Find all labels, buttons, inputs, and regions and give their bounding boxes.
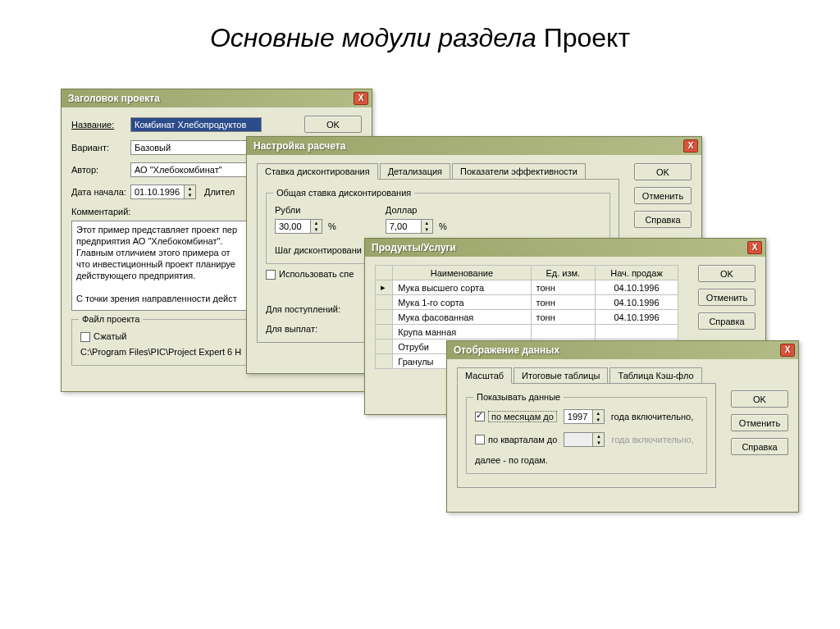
usd-spinner[interactable]: ▲▼ (386, 219, 433, 234)
tab-efficiency[interactable]: Показатели эффективности (452, 163, 586, 179)
title-text: Настройка расчета (250, 140, 683, 152)
cancel-button[interactable]: Отменить (731, 414, 788, 431)
author-input[interactable] (130, 162, 262, 177)
label-date: Дата начала: (71, 187, 130, 197)
tab-detail[interactable]: Детализация (380, 163, 450, 179)
close-icon[interactable]: X (747, 241, 762, 254)
by-quarters-checkbox[interactable] (475, 435, 485, 444)
row-marker (376, 325, 393, 340)
cell-name[interactable]: Крупа манная (393, 325, 531, 340)
year2-spinner[interactable]: ▲▼ (564, 432, 605, 447)
title-bold: Проект (544, 23, 630, 52)
label-variant: Вариант: (71, 143, 130, 153)
cell-unit[interactable]: тонн (531, 280, 596, 295)
label-name: Название: (71, 120, 130, 130)
help-button[interactable]: Справка (634, 211, 692, 228)
cell-start[interactable]: 04.10.1996 (596, 280, 678, 295)
close-icon[interactable]: X (683, 139, 698, 153)
file-path: C:\Program Files\PIC\Project Expert 6 H (80, 347, 251, 357)
ok-button[interactable]: OK (698, 265, 756, 282)
titlebar[interactable]: Продукты/Услуги X (365, 239, 765, 257)
ok-button[interactable]: OK (304, 116, 362, 133)
col-unit: Ед. изм. (531, 266, 596, 280)
table-row[interactable]: Мука фасованнаятонн04.10.1996 (376, 310, 678, 325)
row-marker (376, 310, 393, 325)
cell-unit[interactable] (531, 325, 596, 340)
label-year-suffix: года включительно, (611, 412, 693, 422)
variant-input[interactable] (130, 140, 262, 155)
compressed-checkbox[interactable] (80, 332, 90, 342)
cell-name[interactable]: Мука 1-го сорта (393, 295, 531, 310)
help-button[interactable]: Справка (731, 438, 788, 455)
cell-start[interactable]: 04.10.1996 (596, 295, 678, 310)
col-start: Нач. продаж (596, 266, 678, 280)
cancel-button[interactable]: Отменить (634, 187, 692, 204)
cell-unit[interactable]: тонн (531, 310, 596, 325)
by-months-checkbox[interactable] (475, 412, 485, 422)
title-text: Заголовок проекта (65, 93, 354, 104)
row-marker (376, 354, 393, 369)
tab-discount-rate[interactable]: Ставка дисконтирования (257, 163, 378, 180)
titlebar[interactable]: Отображение данных X (447, 341, 798, 359)
ok-button[interactable]: OK (731, 390, 788, 408)
label-after: далее - по годам. (475, 455, 698, 465)
name-input[interactable]: Комбинат Хлебопродуктов (130, 117, 262, 132)
label-by-months: по месяцам до (488, 411, 557, 422)
tab-summary[interactable]: Итоговые таблицы (514, 367, 608, 383)
label-usd: Доллар (386, 205, 447, 215)
groupbox-file: Файл проекта (79, 314, 143, 324)
group-discount: Общая ставка дисконтирования (273, 188, 414, 198)
spin-up-icon[interactable]: ▲ (185, 185, 195, 192)
titlebar[interactable]: Настройка расчета X (247, 137, 701, 155)
table-row[interactable]: Крупа манная (376, 325, 678, 340)
cancel-button[interactable]: Отменить (698, 289, 756, 306)
year2-input (564, 432, 593, 447)
label-author: Автор: (71, 165, 130, 175)
label-compressed: Сжатый (94, 331, 127, 341)
rub-input[interactable] (275, 219, 311, 234)
table-row[interactable]: ▸Мука высшего сортатонн04.10.1996 (376, 280, 678, 295)
row-marker (376, 295, 393, 310)
col-name: Наименование (393, 266, 531, 280)
year-spinner[interactable]: ▲▼ (564, 409, 605, 424)
title-text: Отображение данных (450, 344, 780, 356)
usd-input[interactable] (386, 219, 422, 234)
cell-name[interactable]: Мука высшего сорта (393, 280, 531, 295)
cell-name[interactable]: Мука фасованная (393, 310, 531, 325)
spin-down-icon[interactable]: ▼ (185, 192, 195, 198)
year-input[interactable] (564, 409, 593, 424)
title-italic: Основные модули раздела (210, 23, 536, 52)
cell-start[interactable]: 04.10.1996 (596, 310, 678, 325)
cell-start[interactable] (596, 325, 678, 340)
label-rub: Рубли (275, 205, 336, 215)
comment-textarea[interactable]: Этот пример представляет проект пер пред… (71, 221, 252, 311)
title-text: Продукты/Услуги (368, 242, 747, 253)
group-show-data: Показывать данные (473, 392, 564, 402)
tab-cashflow[interactable]: Таблица Кэш-фло (609, 367, 701, 383)
cell-unit[interactable]: тонн (531, 295, 596, 310)
titlebar[interactable]: Заголовок проекта X (62, 89, 372, 107)
row-marker: ▸ (376, 280, 393, 295)
use-special-checkbox[interactable] (266, 270, 276, 280)
tab-scale[interactable]: Масштаб (457, 367, 512, 384)
date-input[interactable] (130, 185, 185, 199)
help-button[interactable]: Справка (698, 312, 756, 330)
table-row[interactable]: Мука 1-го сортатонн04.10.1996 (376, 295, 678, 310)
label-by-quarters: по кварталам до (488, 435, 557, 444)
page-title: Основные модули раздела Проект (0, 23, 840, 53)
label-use-special: Использовать спе (279, 269, 354, 279)
close-icon[interactable]: X (780, 344, 795, 357)
window-display-data: Отображение данных X OK Отменить Справка… (446, 340, 799, 513)
rub-spinner[interactable]: ▲▼ (275, 219, 322, 234)
row-marker (376, 340, 393, 354)
label-duration: Длител (204, 187, 235, 197)
label-year-suffix-gray: года включительно, (611, 435, 693, 444)
date-spinner[interactable]: ▲▼ (130, 185, 196, 199)
close-icon[interactable]: X (354, 92, 368, 105)
ok-button[interactable]: OK (634, 163, 692, 180)
